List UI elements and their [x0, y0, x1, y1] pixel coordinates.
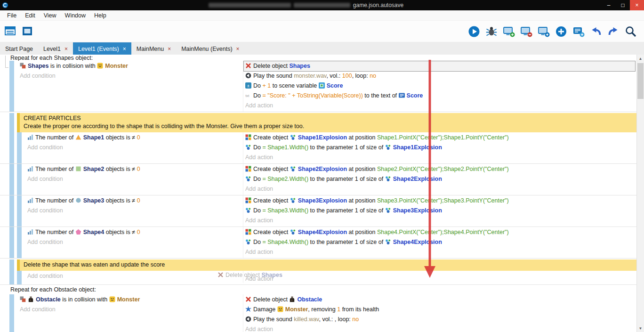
tab-start-page[interactable]: Start Page — [0, 42, 38, 56]
condition-row[interactable]: The number of Shape3 objects is ≠ 0 — [27, 196, 243, 206]
event-block: The number of Shape1 objects is ≠ 0Add c… — [0, 132, 636, 164]
add-condition-link[interactable]: Add condition — [27, 206, 243, 216]
vertical-scrollbar[interactable]: ▲ ▼ — [636, 55, 644, 332]
event-block: The number of Shape2 objects is ≠ 0Add c… — [0, 164, 636, 195]
action-row[interactable]: txtDo = "Score: " + ToString(Variable(Sc… — [245, 91, 636, 101]
event-indent-bar — [17, 195, 22, 227]
actions-cell: Create object Shape4Explosion at positio… — [243, 227, 636, 258]
scrollbar-thumb[interactable] — [637, 63, 644, 99]
external-events-button[interactable] — [572, 25, 585, 38]
event-block: The number of Shape3 objects is ≠ 0Add c… — [0, 195, 636, 227]
tab-level1-events[interactable]: Level1 (Events)× — [73, 42, 131, 56]
action-row[interactable]: Play the sound monster.wav, vol.: 100, l… — [245, 71, 636, 81]
comment-title: Delete the shape that was eaten and upda… — [24, 261, 633, 269]
sound-icon — [245, 316, 252, 322]
action-row[interactable]: Delete object Obstacle — [245, 295, 636, 305]
undo-button[interactable] — [589, 25, 603, 38]
debug-button[interactable] — [485, 25, 498, 38]
condition-row[interactable]: The number of Shape4 objects is ≠ 0 — [27, 227, 243, 237]
add-condition-link[interactable]: Add condition — [27, 271, 243, 281]
tab-label: Level1 — [43, 46, 61, 52]
event-block: The number of Shape4 objects is ≠ 0Add c… — [0, 227, 636, 259]
action-row[interactable]: ±Do + 1 to scene variable Score — [245, 81, 636, 91]
tab-label: Level1 (Events) — [78, 46, 119, 52]
event-header-clipped[interactable]: Repeat for each Shapes object: — [0, 55, 636, 61]
action-row[interactable]: Create object Shape1Explosion at positio… — [245, 133, 636, 143]
conditions-cell: The number of Shape2 objects is ≠ 0Add c… — [24, 164, 243, 195]
add-action-link[interactable]: Add action — [245, 271, 636, 284]
toolbar-right-group — [467, 25, 640, 38]
menu-window[interactable]: Window — [61, 11, 90, 20]
start-page-button[interactable] — [21, 25, 34, 38]
particle-icon — [385, 207, 392, 213]
action-row[interactable]: Do = Shape3.Width() to the parameter 1 o… — [245, 206, 636, 216]
add-action-link[interactable]: Add action — [245, 247, 636, 257]
action-row[interactable]: Play the sound killed.wav, vol.: , loop:… — [245, 315, 636, 324]
action-row[interactable]: Create object Shape4Explosion at positio… — [245, 227, 636, 237]
scene-delete-button[interactable] — [520, 25, 533, 38]
scene-add-button[interactable] — [502, 25, 515, 38]
tab-close-icon[interactable]: × — [64, 46, 68, 52]
tab-close-icon[interactable]: × — [123, 46, 126, 52]
conditions-cell: Add condition — [24, 271, 243, 283]
scroll-up-icon[interactable]: ▲ — [637, 55, 644, 62]
add-action-link[interactable]: Add action — [245, 101, 636, 111]
condition-row[interactable]: Obstacle is in collision with Monster — [20, 295, 243, 305]
action-row[interactable]: Do = Shape2.Width() to the parameter 1 o… — [245, 174, 636, 184]
add-condition-link[interactable]: Add condition — [20, 71, 243, 81]
add-action-link[interactable]: Add action — [245, 216, 636, 226]
add-action-link[interactable]: Add action — [245, 324, 636, 332]
scroll-down-icon[interactable]: ▼ — [637, 324, 644, 332]
actions-cell: Create object Shape2Explosion at positio… — [243, 164, 636, 195]
close-button[interactable]: × — [630, 0, 644, 10]
obstacle-icon — [289, 296, 296, 302]
condition-row[interactable]: The number of Shape2 objects is ≠ 0 — [27, 164, 243, 174]
count-icon — [27, 134, 34, 140]
add-circle-button[interactable] — [555, 25, 568, 38]
add-condition-link[interactable]: Add condition — [27, 237, 243, 247]
condition-row[interactable]: Shapes is in collision with Monster — [20, 61, 243, 71]
tab-close-icon[interactable]: × — [236, 46, 240, 52]
add-action-link[interactable]: Add action — [245, 153, 636, 162]
actions-cell: Create object Shape3Explosion at positio… — [243, 195, 636, 227]
action-row[interactable]: Do = Shape1.Width() to the parameter 1 o… — [245, 143, 636, 153]
maximize-button[interactable]: □ — [616, 0, 630, 10]
tab-mainmenu-events[interactable]: MainMenu (Events)× — [176, 42, 244, 56]
add-condition-link[interactable]: Add condition — [27, 143, 243, 153]
sound-icon — [245, 73, 252, 79]
menu-edit[interactable]: Edit — [21, 11, 40, 20]
action-row[interactable]: Do = Shape4.Width() to the parameter 1 o… — [245, 237, 636, 247]
comment-block[interactable]: Delete the shape that was eaten and upda… — [17, 259, 636, 271]
actions-cell: Delete object ShapesPlay the sound monst… — [243, 61, 636, 112]
action-row[interactable]: Create object Shape2Explosion at positio… — [245, 164, 636, 174]
tree-guide — [5, 56, 6, 68]
tab-close-icon[interactable]: × — [168, 46, 171, 52]
action-row[interactable]: Delete object Shapes — [244, 61, 635, 71]
menu-help[interactable]: Help — [90, 11, 111, 20]
repeat-event-header[interactable]: Repeat for each Obstacle object: — [0, 285, 636, 294]
tab-level1[interactable]: Level1× — [38, 42, 73, 56]
event-indent-bar — [17, 227, 22, 258]
preview-play-button[interactable] — [467, 25, 481, 38]
actions-cell: Create object Shape1Explosion at positio… — [243, 132, 636, 163]
redo-button[interactable] — [607, 25, 620, 38]
search-button[interactable] — [624, 25, 637, 38]
tab-bar: Start PageLevel1×Level1 (Events)×MainMen… — [0, 42, 644, 56]
tab-mainmenu[interactable]: MainMenu× — [131, 42, 176, 56]
condition-row[interactable]: The number of Shape1 objects is ≠ 0 — [27, 133, 243, 143]
add-condition-link[interactable]: Add condition — [27, 174, 243, 184]
project-manager-button[interactable] — [4, 25, 17, 38]
action-row[interactable]: Damage Monster, removing 1 from its heal… — [245, 305, 636, 315]
menu-view[interactable]: View — [40, 11, 61, 20]
menu-file[interactable]: File — [3, 11, 21, 20]
add-condition-link[interactable]: Add condition — [20, 305, 243, 315]
minimize-button[interactable]: – — [602, 0, 616, 10]
delete-icon — [245, 63, 252, 69]
particle-icon — [385, 239, 392, 245]
add-action-link[interactable]: Add action — [245, 184, 636, 194]
damage-icon — [245, 306, 252, 312]
action-row[interactable]: Create object Shape3Explosion at positio… — [245, 196, 636, 206]
event-block: Add conditionAdd actionDelete object Sha… — [0, 271, 636, 285]
comment-block[interactable]: CREATE PARTICLESCreate the proper one ac… — [17, 113, 636, 132]
scene-edit-button[interactable] — [537, 25, 550, 38]
